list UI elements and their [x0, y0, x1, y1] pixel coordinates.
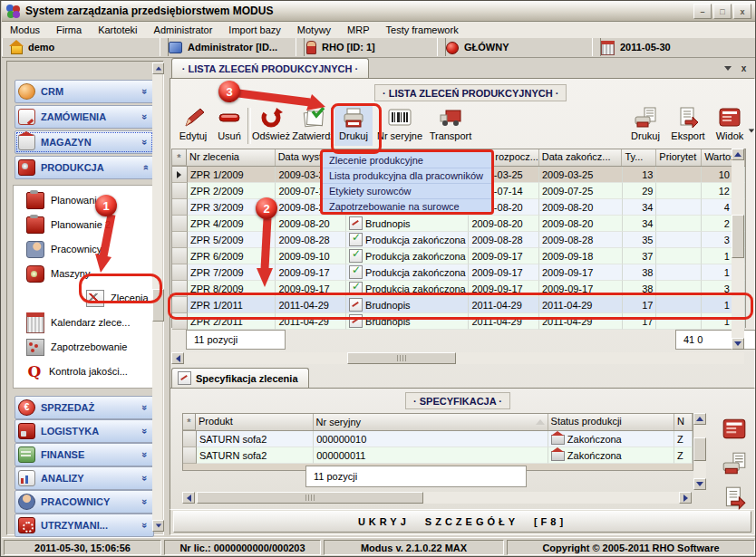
orders-icon: [18, 109, 35, 125]
status-datetime: 2011-05-30, 15:06:56: [4, 540, 161, 555]
company-name: RHO [ID: 1]: [322, 42, 375, 53]
spec-col-header[interactable]: Status produkcji: [548, 414, 675, 430]
print-menu-item[interactable]: Lista produkcyjna dla pracowników: [323, 168, 491, 184]
orders-col-header[interactable]: Nr zlecenia: [187, 149, 276, 166]
order-row[interactable]: ZPR 4/20092009-08-20Brudnopis2009-08-202…: [172, 216, 745, 232]
delete-button[interactable]: Usuń: [213, 106, 246, 146]
transport-button[interactable]: Transport: [425, 106, 476, 146]
close-button[interactable]: x: [733, 4, 751, 19]
sales-icon: €: [18, 399, 35, 416]
spec-row[interactable]: SATURN sofa2000000011ZakończonaZ: [183, 447, 693, 464]
refresh-button[interactable]: Odśwież: [251, 106, 291, 146]
spec-col-header[interactable]: Nr seryjny: [314, 414, 548, 430]
export-document-icon: [675, 106, 701, 130]
cell-nr-seryjny: 000000011: [314, 447, 548, 464]
menu-firma[interactable]: Firma: [48, 23, 90, 37]
printer-document-icon: [633, 106, 658, 130]
export-button[interactable]: Eksport: [666, 106, 710, 146]
sidebar-section-pracownicy[interactable]: PRACOWNICY »: [15, 490, 154, 514]
sidebar-section-finanse[interactable]: FINANSE »: [15, 443, 154, 466]
sidebar-section-logistyka[interactable]: LOGISTYKA »: [15, 419, 154, 443]
maximize-button[interactable]: □: [713, 4, 732, 19]
sidebar-section-zamowienia[interactable]: ZAMÓWIENIA »: [15, 105, 154, 129]
sidebar-item-kontrola-jakosci[interactable]: Q Kontrola jakości...: [26, 361, 128, 381]
spec-view-button[interactable]: [719, 414, 750, 445]
chevron-down-icon: »: [140, 452, 150, 457]
orders-col-header[interactable]: Priorytet: [656, 149, 702, 166]
serial-numbers-button[interactable]: Nr seryjne: [374, 106, 425, 146]
customize-columns-icon[interactable]: *: [183, 414, 196, 430]
view-button[interactable]: Widok: [712, 106, 748, 146]
spec-vscrollbar[interactable]: [693, 413, 706, 490]
customize-columns-icon[interactable]: *: [172, 149, 187, 166]
home-icon: [11, 45, 23, 54]
spec-col-header[interactable]: N: [674, 414, 693, 430]
sidebar-item-planowanie-2[interactable]: Planowanie 2: [26, 215, 111, 235]
sidebar-section-sprzedaz[interactable]: € SPRZEDAŻ »: [15, 396, 154, 419]
tab-lista-zlecen[interactable]: · LISTA ZLECEŃ PRODUKCYJNYCH ·: [171, 58, 369, 79]
tab-close-icon[interactable]: x: [737, 62, 751, 74]
cell-priorytet: [656, 183, 702, 199]
cell-data-wyst: 2009-08-28: [276, 232, 346, 248]
sidebar-item-zapotrzebowanie[interactable]: Zapotrzebowanie: [26, 337, 127, 357]
cell-data-zakoncz: 2009-09-18: [539, 248, 623, 264]
menu-administrator[interactable]: Administrator: [146, 23, 221, 37]
cell-data-zakoncz: 2009-08-28: [539, 232, 623, 248]
hide-details-button[interactable]: UKRYJ SZCZEGÓŁY [F8]: [173, 511, 751, 533]
draft-icon: [349, 216, 363, 230]
title-bar: System zarządzania przedsiębiorstwem MOD…: [2, 1, 756, 22]
order-row[interactable]: ZPR 5/20092009-08-28Produkcja zakończona…: [172, 232, 745, 248]
print-menu-item[interactable]: Etykiety surowców: [323, 184, 491, 199]
orders-col-header[interactable]: Ty...: [622, 149, 656, 166]
menu-modus[interactable]: Modus: [2, 23, 48, 37]
cell-typ: 34: [623, 216, 657, 232]
menu-import-bazy[interactable]: Import bazy: [220, 23, 288, 37]
print-menu-item[interactable]: Zapotrzebowanie na surowce: [323, 199, 491, 214]
edit-button[interactable]: Edytuj: [173, 106, 213, 146]
cell-data-zakoncz: 2009-08-20: [539, 199, 623, 216]
spec-row[interactable]: SATURN sofa2000000010ZakończonaZ: [183, 431, 693, 447]
sidebar-item-kalendarz[interactable]: Kalendarz zlece...: [26, 312, 130, 332]
sidebar-item-pracownicy[interactable]: Pracownicy: [26, 239, 102, 259]
orders-hscrollbar[interactable]: [171, 352, 744, 364]
spec-export-button[interactable]: [719, 483, 750, 514]
cell-priorytet: [656, 216, 702, 232]
minimize-button[interactable]: –: [693, 4, 712, 19]
chevron-down-icon: »: [140, 139, 150, 145]
sidebar-section-utrzymanie[interactable]: UTRZYMANI... »: [15, 514, 154, 537]
sidebar-item-planowanie[interactable]: Planowanie: [26, 190, 102, 210]
menu-mrp[interactable]: MRP: [339, 23, 377, 37]
toolbar-more-icon[interactable]: [748, 124, 755, 135]
section-label: FINANSE: [41, 449, 142, 460]
sidebar-section-magazyn[interactable]: MAGAZYN »: [15, 130, 154, 154]
order-row[interactable]: ZPR 7/20092009-09-17Produkcja zakończona…: [172, 264, 745, 281]
spec-tab-icon: [178, 371, 191, 385]
cell-status: Brudnopis: [346, 216, 469, 232]
order-row[interactable]: ZPR 6/20092009-09-10Produkcja zakończona…: [172, 248, 745, 264]
orders-col-header[interactable]: Data zakończ...: [539, 149, 623, 166]
spec-col-header[interactable]: Produkt: [196, 414, 314, 430]
spec-print-button[interactable]: [719, 448, 750, 479]
section-label: ZAMÓWIENIA: [41, 111, 142, 122]
tab-scroll-down-icon[interactable]: [721, 62, 734, 74]
approve-button[interactable]: Zatwierdź: [291, 106, 336, 146]
warehouse-icon: [551, 435, 565, 445]
spec-hscrollbar[interactable]: [182, 492, 692, 504]
print-list-button[interactable]: Drukuj: [626, 106, 664, 146]
sidebar-section-produkcja[interactable]: PRODUKCJA »: [15, 156, 154, 179]
menu-testy-framework[interactable]: Testy framework: [378, 23, 467, 37]
print-menu-item[interactable]: Zlecenie produkcyjne: [323, 153, 491, 168]
pencil-icon: [180, 106, 206, 130]
cell-status-produkcji: Zakończona: [548, 431, 674, 447]
print-menu: Zlecenie produkcyjneLista produkcyjna dl…: [320, 149, 494, 215]
branch-segment: GŁÓWNY: [437, 38, 601, 56]
menu-motywy[interactable]: Motywy: [289, 23, 339, 37]
app-logo-icon: [5, 4, 21, 18]
sidebar-section-crm[interactable]: CRM »: [15, 80, 154, 103]
menu-kartoteki[interactable]: Kartoteki: [90, 23, 145, 37]
sidebar-section-analizy[interactable]: ANALIZY »: [15, 466, 154, 490]
cell-data-rozpocz: 2009-08-20: [469, 216, 539, 232]
annotation-box-row: [168, 293, 753, 320]
tab-specyfikacja[interactable]: Specyfikacja zlecenia: [171, 368, 309, 388]
cell-nr-seryjny: 000000010: [314, 431, 548, 447]
